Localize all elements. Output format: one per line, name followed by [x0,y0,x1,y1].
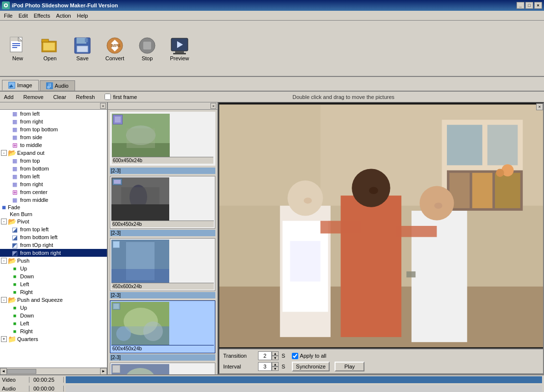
tree-item-push-down[interactable]: ■ Down [0,272,107,280]
toolbar: New Open Save [0,21,544,77]
tree-item-ps-up[interactable]: ■ Up [0,304,107,312]
transition-up-btn[interactable]: ▲ [272,351,279,356]
interval-down-btn[interactable]: ▼ [272,367,279,371]
folder-icon-2: 📂 [8,218,16,225]
folder-icon-1: 📂 [8,149,16,156]
tab-audio[interactable]: Audio [40,80,75,91]
stop-button[interactable]: Stop [132,33,162,64]
grid-icon-2: ▦ [11,118,19,125]
tree-item-push-squeeze[interactable]: - 📂 Push and Squeeze [0,296,107,304]
tree-item-from-top-bottom[interactable]: ▦ from top bottom [0,125,107,133]
save-label: Save [76,55,88,61]
thumbnail-1[interactable]: 600x450x24b [110,112,215,166]
tree-item-from-bottom-right[interactable]: ◩ from bottom right [0,249,107,257]
menu-action[interactable]: Action [53,12,74,20]
apply-all-checkbox[interactable] [292,353,298,359]
window-controls[interactable]: _ □ × [517,2,542,9]
tree-item-from-left2[interactable]: ▦ from left [0,172,107,180]
tree-item-ps-left[interactable]: ■ Left [0,319,107,327]
scroll-left-btn[interactable]: ◄ [0,368,7,375]
scroll-right-btn[interactable]: ► [100,368,107,375]
transition-spinner[interactable]: 2 ▲ ▼ [258,351,279,360]
menu-help[interactable]: Help [74,12,91,20]
svg-rect-6 [12,45,20,46]
close-button[interactable]: × [534,2,542,9]
video-time: 00:00:25 [29,377,64,383]
tree-item-from-bottom-left[interactable]: ◪ from bottom left [0,233,107,241]
menu-effects[interactable]: Effects [31,12,53,20]
tree-item-from-right2[interactable]: ▦ from right [0,180,107,188]
tree-item-from-middle[interactable]: ▦ from middle [0,196,107,204]
tree-item-from-top-right[interactable]: ◩ from tOp right [0,241,107,249]
remove-button[interactable]: Remove [24,94,44,100]
scroll-thumb[interactable] [7,369,36,374]
tree-item-fade[interactable]: ■ Fade [0,204,107,211]
pivot-toggle[interactable]: - [1,219,7,224]
tree-item-from-side[interactable]: ▦ from side [0,133,107,141]
clear-button[interactable]: Clear [53,94,66,100]
tree-item-push[interactable]: - 📂 Push [0,257,107,265]
thumbnail-2[interactable]: 600x450x24b [110,176,215,229]
thumbnail-3[interactable]: 450x600x24b [110,238,215,291]
preview-close-button[interactable]: × [536,103,543,110]
preview-button[interactable]: Preview [165,33,194,64]
content-panels: × ▦ from left ▦ from right ▦ from top bo… [0,102,544,374]
tree-item-push-left[interactable]: ■ Left [0,280,107,288]
save-button[interactable]: Save [68,33,97,64]
expand-out-toggle[interactable]: - [1,150,7,156]
quarters-toggle[interactable]: + [1,336,7,342]
thumbnail-5[interactable]: 600x450x24b [110,363,215,374]
convert-label: Convert [105,55,125,61]
menu-edit[interactable]: Edit [16,12,31,20]
refresh-button[interactable]: Refresh [76,94,95,100]
transition-spinner-buttons[interactable]: ▲ ▼ [272,351,279,360]
play-button[interactable]: Play [335,362,364,371]
push-squeeze-toggle[interactable]: - [1,297,7,303]
interval-spinner-buttons[interactable]: ▲ ▼ [272,362,279,371]
svg-rect-74 [396,226,437,237]
tree-item-push-up[interactable]: ■ Up [0,265,107,272]
tree-item-push-right[interactable]: ■ Right [0,288,107,296]
first-frame-checkbox[interactable] [104,94,111,100]
preview-image-area[interactable] [219,103,543,348]
effects-panel-close[interactable]: × [100,103,106,109]
tree-item-from-right[interactable]: ▦ from right [0,118,107,125]
effects-tree: ▦ from left ▦ from right ▦ from top bott… [0,110,107,368]
push-toggle[interactable]: - [1,258,7,264]
tree-item-pivot[interactable]: - 📂 Pivot [0,218,107,225]
tree-item-from-center[interactable]: ⊞ from center [0,188,107,196]
tree-item-expand-out[interactable]: - 📂 Expand out [0,149,107,157]
maximize-button[interactable]: □ [525,2,533,9]
green-icon-1: ■ [11,265,19,272]
open-button[interactable]: Open [35,33,65,64]
tab-image[interactable]: Image [2,80,39,91]
tree-item-from-top[interactable]: ▦ from top [0,157,107,165]
thumbnail-4[interactable]: 600x450x24b [110,300,215,353]
transition-value[interactable]: 2 [258,351,272,360]
tree-item-from-top-left[interactable]: ◪ from top left [0,225,107,233]
from-middle-label: from middle [20,197,48,203]
minimize-button[interactable]: _ [517,2,524,9]
transition-down-btn[interactable]: ▼ [272,356,279,360]
green-icon-5: ■ [11,304,19,311]
tree-item-ps-down[interactable]: ■ Down [0,312,107,319]
convert-button[interactable]: MP4 Convert [100,33,130,64]
tree-item-quarters[interactable]: + 📁 Quarters [0,335,107,343]
interval-value[interactable]: 3 [258,362,272,371]
menu-file[interactable]: File [1,12,16,20]
audio-label: Audio [0,386,29,392]
add-button[interactable]: Add [4,94,14,100]
interval-up-btn[interactable]: ▲ [272,362,279,367]
new-button[interactable]: New [3,33,32,64]
from-top-right-label: from tOp right [20,242,53,248]
tree-item-to-middle[interactable]: ⊞ to middle [0,141,107,149]
tree-item-ps-right[interactable]: ■ Right [0,327,107,335]
thumbnails-panel-close[interactable]: × [210,103,216,109]
status-bar: Video 00:00:25 Audio 00:00:00 [0,374,544,392]
synchronize-button[interactable]: Synchronize [292,362,330,371]
tree-item-from-left[interactable]: ▦ from left [0,110,107,118]
interval-spinner[interactable]: 3 ▲ ▼ [258,362,279,371]
tree-item-from-bottom[interactable]: ▦ from bottom [0,165,107,172]
tree-item-ken-burn[interactable]: Ken Burn [0,211,107,218]
effects-hscrollbar[interactable]: ◄ ► [0,368,107,374]
